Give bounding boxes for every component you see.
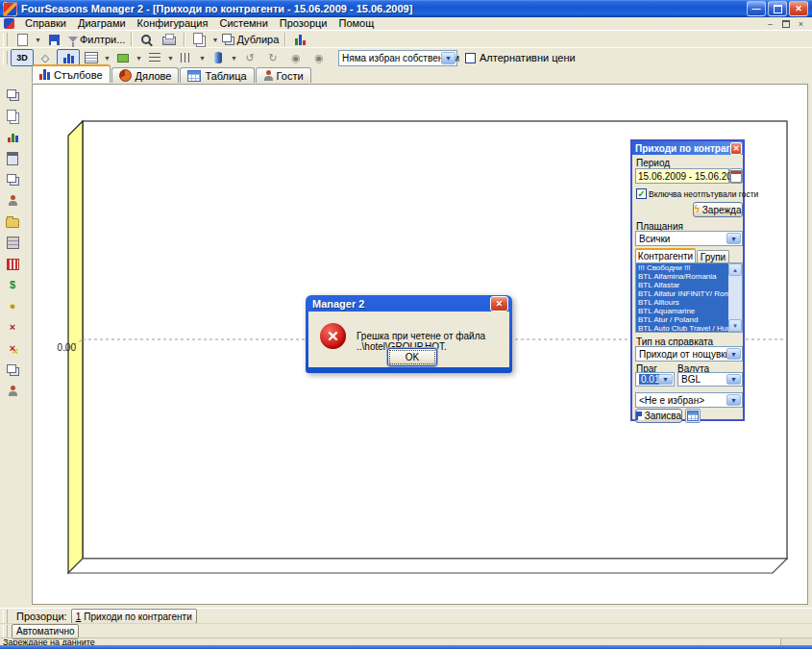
scroll-up-icon[interactable]: ▲: [728, 263, 742, 276]
list-item[interactable]: BTL Alfamina/Romania: [636, 272, 728, 281]
folders-button[interactable]: [2, 212, 23, 231]
list-item[interactable]: BTL Alfastar: [636, 281, 728, 289]
close-button[interactable]: ✕: [789, 1, 808, 16]
export-page-button[interactable]: [2, 107, 23, 125]
report-type-value: Приходи от нощувки: [639, 349, 730, 360]
copy-window-button[interactable]: [2, 170, 23, 188]
load-button-label: Зарежда: [702, 205, 742, 215]
list-item[interactable]: BTL Alfatur INFINITY/ Romani: [636, 289, 728, 298]
vertical-grid-button[interactable]: [175, 49, 198, 66]
vertical-grid-dropdown[interactable]: ▼: [198, 50, 207, 65]
print-preview-button[interactable]: [135, 31, 158, 48]
color-chart-button[interactable]: [2, 128, 23, 146]
selection-combobox[interactable]: <Не е избран> ▼: [635, 392, 743, 408]
list-item[interactable]: BTL Alltours: [636, 298, 728, 307]
menu-system[interactable]: Системни: [213, 17, 273, 30]
cash-button[interactable]: ●: [2, 297, 23, 315]
alt-prices-checkbox[interactable]: [465, 53, 476, 63]
payments-button[interactable]: $: [2, 276, 23, 294]
3d-toggle-button[interactable]: 3D: [11, 49, 34, 66]
ok-button[interactable]: OK: [387, 348, 437, 366]
new-report-button[interactable]: [11, 31, 34, 48]
drawers-icon: [7, 237, 19, 249]
contractors-listbox[interactable]: !!! Свободни !!! BTL Alfamina/Romania BT…: [635, 262, 743, 333]
toolbar-grip[interactable]: [3, 33, 8, 46]
cancel-price-button[interactable]: ×: [2, 339, 23, 358]
occupancy-grid-button[interactable]: [2, 255, 23, 273]
include-guests-checkbox[interactable]: ✓: [636, 188, 647, 199]
mdi-minimize-button[interactable]: –: [764, 18, 776, 29]
toolbar-grip[interactable]: [3, 610, 8, 623]
threshold-combobox[interactable]: 0.01 ▼: [635, 372, 675, 387]
window-task-label: Приходи по контрагенти: [84, 612, 191, 622]
scroll-down-icon[interactable]: ▼: [728, 319, 742, 332]
tab-pie[interactable]: Дялове: [111, 67, 180, 83]
load-button[interactable]: ϟ Зарежда: [693, 202, 743, 217]
toolbar-grip[interactable]: [3, 51, 8, 64]
dialog-title: Manager 2: [312, 298, 364, 310]
window-export-button[interactable]: [2, 361, 23, 379]
menu-windows[interactable]: Прозорци: [274, 17, 333, 30]
cylinder-dropdown[interactable]: ▼: [230, 50, 238, 65]
panel-title-bar[interactable]: Приходи по контрагенти ✕: [632, 141, 743, 155]
currency-combobox[interactable]: BGL ▼: [677, 372, 743, 387]
chart-button[interactable]: [288, 31, 311, 48]
legend-dropdown[interactable]: ▼: [103, 50, 111, 65]
panel-close-button[interactable]: ✕: [730, 142, 742, 155]
toolbar-grip[interactable]: [3, 625, 8, 638]
copy-page-icon: [193, 33, 203, 44]
payments-combobox[interactable]: Всички ▼: [635, 231, 743, 246]
dialog-title-bar[interactable]: Manager 2 ✕: [308, 295, 509, 312]
list-item[interactable]: BTL Auto Club Travel / Hunga: [636, 324, 728, 333]
cylinder-style-button[interactable]: [207, 49, 230, 66]
guests-list-button[interactable]: [2, 191, 23, 210]
toolbar-separator: [184, 33, 185, 46]
rotate-left-button[interactable]: ↺: [238, 49, 261, 66]
tab-table[interactable]: Таблица: [180, 67, 254, 83]
print-button[interactable]: [158, 31, 181, 48]
menu-configuration[interactable]: Конфигурация: [132, 17, 214, 30]
duplicate-button[interactable]: Дублира: [219, 31, 282, 48]
export-dropdown[interactable]: ▼: [210, 32, 219, 47]
tab-bars[interactable]: Стълбове: [32, 64, 111, 83]
save-button[interactable]: [42, 31, 65, 48]
menu-help[interactable]: Помощ: [332, 17, 380, 30]
mdi-restore-button[interactable]: [779, 18, 792, 29]
archive-button[interactable]: [2, 234, 23, 252]
horizontal-grid-button[interactable]: [143, 49, 166, 66]
horizontal-grid-dropdown[interactable]: ▼: [166, 50, 175, 65]
window-task-button[interactable]: 1 Приходи по контрагенти: [71, 609, 197, 624]
minimize-button[interactable]: —: [747, 1, 766, 16]
owners-combobox[interactable]: Няма избран собственици ▼: [338, 50, 457, 66]
cascade-windows-button[interactable]: [2, 86, 23, 104]
red-grid-icon: [7, 259, 19, 270]
calendar-button[interactable]: [729, 168, 743, 184]
rotate-right-button[interactable]: ↻: [261, 49, 284, 66]
guest-stats-button[interactable]: [2, 382, 23, 400]
list-item[interactable]: BTL Atur / Poland: [636, 315, 728, 324]
mdi-close-button[interactable]: ×: [795, 18, 807, 29]
cancel-booking-button[interactable]: ×: [2, 318, 23, 337]
filter-button[interactable]: Филтри...: [65, 31, 128, 48]
new-report-dropdown[interactable]: ▼: [34, 32, 42, 47]
sound-button-2[interactable]: ◉: [308, 49, 331, 66]
restore-button[interactable]: [768, 1, 787, 16]
export-button[interactable]: [187, 31, 210, 48]
tab-contractors[interactable]: Контрагенти: [635, 248, 696, 262]
dialog-close-button[interactable]: ✕: [490, 296, 508, 312]
sound-button-1[interactable]: ◉: [284, 49, 308, 66]
grid-view-button[interactable]: [685, 409, 701, 423]
list-scrollbar[interactable]: ▲ ▼: [728, 263, 742, 332]
labels-button[interactable]: [111, 49, 135, 66]
menu-reports[interactable]: Справки: [19, 17, 72, 30]
period-field[interactable]: 15.06.2009 - 15.06.2009: [635, 168, 729, 184]
save-report-button[interactable]: Записва: [635, 409, 682, 423]
tab-groups[interactable]: Групи: [697, 250, 729, 262]
list-item[interactable]: !!! Свободни !!!: [636, 263, 728, 272]
report-type-combobox[interactable]: Приходи от нощувки ▼: [635, 346, 743, 362]
calculator-button[interactable]: [2, 149, 23, 167]
list-item[interactable]: BTL Aquamarine: [636, 307, 728, 315]
labels-dropdown[interactable]: ▼: [135, 50, 143, 65]
menu-diagrams[interactable]: Диаграми: [72, 17, 132, 30]
tab-guests[interactable]: Гости: [256, 67, 311, 83]
